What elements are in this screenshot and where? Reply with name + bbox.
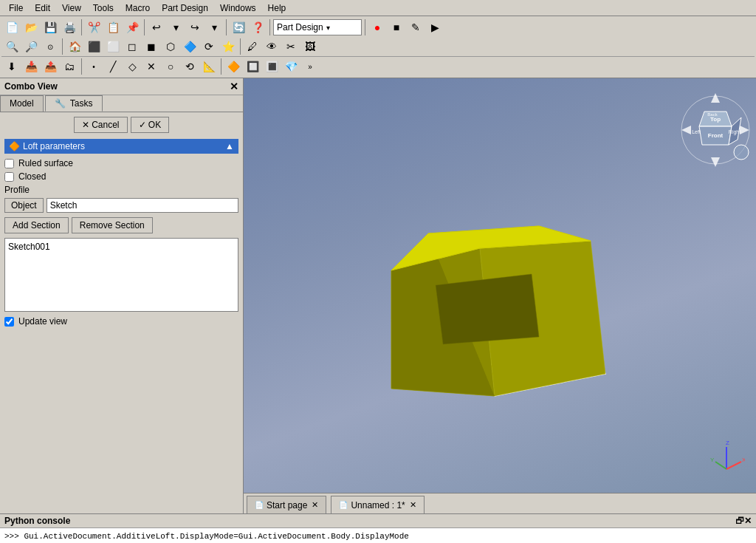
tb-view-home[interactable]: 🏠 — [66, 38, 83, 55]
tb-pd-point[interactable]: • — [85, 58, 103, 75]
menu-edit[interactable]: Edit — [29, 1, 56, 15]
tab-model[interactable]: Model — [0, 95, 44, 112]
tb-pd-pocket[interactable]: 🔲 — [244, 58, 261, 75]
tb-pd-groove[interactable]: 💎 — [282, 58, 300, 75]
tb-pd-rect[interactable]: ◇ — [123, 58, 141, 75]
object-button[interactable]: Object — [4, 198, 44, 213]
tb-save[interactable]: 💾 — [41, 18, 59, 36]
section-list[interactable]: Sketch001 — [4, 238, 238, 312]
tb-clip[interactable]: ✂ — [282, 38, 300, 55]
tb-pd-more[interactable]: » — [301, 58, 319, 75]
tb-pd-circle[interactable]: ○ — [162, 58, 179, 75]
console-controls[interactable]: 🗗✕ — [735, 516, 752, 526]
tb-undo[interactable]: ↩ — [148, 18, 165, 36]
tb-record-stop[interactable]: ● — [368, 18, 386, 36]
start-page-icon: 📄 — [255, 501, 264, 509]
tb-std-views[interactable]: ⭐ — [219, 38, 237, 55]
svg-text:Right: Right — [729, 129, 740, 135]
separator-8 — [81, 58, 82, 75]
update-view-row: Update view — [4, 316, 238, 327]
ruled-surface-label: Ruled surface — [18, 158, 73, 168]
ruled-surface-checkbox[interactable] — [4, 159, 14, 168]
tb-paste[interactable]: 📌 — [123, 18, 141, 36]
tabs-bar: Model 🔧 Tasks — [0, 95, 243, 112]
tb-stop[interactable]: ■ — [388, 18, 405, 36]
tab-start-page[interactable]: 📄 Start page ✕ — [247, 496, 326, 513]
tb-pd-rev[interactable]: 🔳 — [263, 58, 281, 75]
tb-copy[interactable]: 📋 — [104, 18, 122, 36]
separator-2 — [144, 19, 145, 35]
tb-view-front[interactable]: ⬛ — [85, 38, 103, 55]
tb-open[interactable]: 📂 — [22, 18, 40, 36]
add-section-button[interactable]: Add Section — [4, 217, 69, 233]
sketch-input[interactable] — [47, 198, 238, 213]
tb-texture[interactable]: 🖼 — [301, 38, 319, 55]
tb-pd-line[interactable]: ╱ — [104, 58, 122, 75]
tb-pd-2[interactable]: 📥 — [22, 58, 40, 75]
main-layout: Combo View ✕ Model 🔧 Tasks ✕ Cancel ✓ OK… — [0, 78, 756, 513]
tb-refresh[interactable]: 🔄 — [230, 18, 247, 36]
menu-macro[interactable]: Macro — [120, 1, 156, 15]
tb-macro-edit[interactable]: ✎ — [407, 18, 425, 36]
unnamed-close[interactable]: ✕ — [410, 500, 416, 510]
tb-draw-style[interactable]: 🖊 — [244, 38, 261, 55]
svg-text:Z: Z — [726, 440, 729, 446]
tb-pd-pad[interactable]: 🔶 — [224, 58, 242, 75]
tb-zoom-in[interactable]: 🔎 — [22, 38, 40, 55]
tb-help[interactable]: ❓ — [249, 18, 267, 36]
tb-zoom-fit[interactable]: 🔍 — [3, 38, 21, 55]
viewport[interactable]: Top Front Right Left Back Z X Y 📄 — [244, 78, 756, 513]
console-text-1: Gui.ActiveDocument.AdditiveLoft.DisplayM… — [24, 532, 409, 541]
tb-redo-dropdown[interactable]: ▾ — [205, 18, 223, 36]
svg-text:Front: Front — [708, 132, 724, 139]
separator-4 — [269, 19, 270, 35]
tb-view-right[interactable]: ◻ — [123, 38, 141, 55]
tb-pd-3[interactable]: 📤 — [41, 58, 59, 75]
start-page-close[interactable]: ✕ — [312, 500, 318, 510]
tb-undo-dropdown[interactable]: ▾ — [167, 18, 185, 36]
tab-model-label: Model — [10, 98, 34, 109]
workbench-arrow: ▾ — [326, 24, 330, 32]
tb-view-bottom[interactable]: ⬡ — [162, 38, 179, 55]
menu-view[interactable]: View — [56, 1, 87, 15]
menu-partdesign[interactable]: Part Design — [156, 1, 214, 15]
loft-3d-shape — [317, 137, 650, 418]
tab-tasks[interactable]: 🔧 Tasks — [45, 95, 103, 112]
tb-pd-1[interactable]: ⬇ — [3, 58, 21, 75]
tb-cut[interactable]: ✂️ — [85, 18, 103, 36]
closed-checkbox[interactable] — [4, 172, 14, 182]
loft-collapse-icon[interactable]: ▲ — [225, 141, 234, 151]
menu-tools[interactable]: Tools — [87, 1, 120, 15]
cancel-button[interactable]: ✕ Cancel — [74, 117, 128, 133]
remove-section-button[interactable]: Remove Section — [72, 217, 153, 233]
tb-new[interactable]: 📄 — [3, 18, 21, 36]
tb-stereo[interactable]: 👁 — [263, 38, 281, 55]
coord-axes: Z X Y — [708, 440, 745, 477]
update-view-checkbox[interactable] — [4, 317, 14, 327]
tb-view-top[interactable]: ⬜ — [104, 38, 122, 55]
menu-help[interactable]: Help — [262, 1, 292, 15]
tb-run[interactable]: ▶ — [426, 18, 444, 36]
tab-unnamed[interactable]: 📄 Unnamed : 1* ✕ — [331, 496, 424, 513]
menu-windows[interactable]: Windows — [214, 1, 262, 15]
tb-print[interactable]: 🖨️ — [61, 18, 78, 36]
tb-view-back[interactable]: 🔷 — [181, 38, 199, 55]
tb-pd-arc[interactable]: ⟲ — [181, 58, 199, 75]
tb-view-iso[interactable]: ⟳ — [200, 38, 218, 55]
tb-zoom-area[interactable]: ⊙ — [41, 38, 59, 55]
tb-redo[interactable]: ↪ — [186, 18, 204, 36]
tb-view-left[interactable]: ◼ — [142, 38, 160, 55]
ok-button[interactable]: ✓ OK — [131, 117, 170, 133]
svg-marker-11 — [740, 126, 749, 134]
workbench-dropdown[interactable]: Part Design ▾ — [273, 19, 362, 35]
tb-pd-cross[interactable]: ✕ — [142, 58, 160, 75]
tb-pd-4[interactable]: 🗂 — [61, 58, 78, 75]
list-item: Sketch001 — [8, 242, 235, 252]
ruled-surface-row: Ruled surface — [4, 158, 238, 168]
separator-9 — [221, 58, 221, 75]
navigation-cube[interactable]: Top Front Right Left Back — [678, 89, 745, 156]
tb-pd-sketch[interactable]: 📐 — [200, 58, 218, 75]
menu-file[interactable]: File — [3, 1, 29, 15]
panel-close-btn[interactable]: ✕ — [230, 81, 238, 92]
console-content[interactable]: >>> Gui.ActiveDocument.AdditiveLoft.Disp… — [0, 528, 756, 543]
